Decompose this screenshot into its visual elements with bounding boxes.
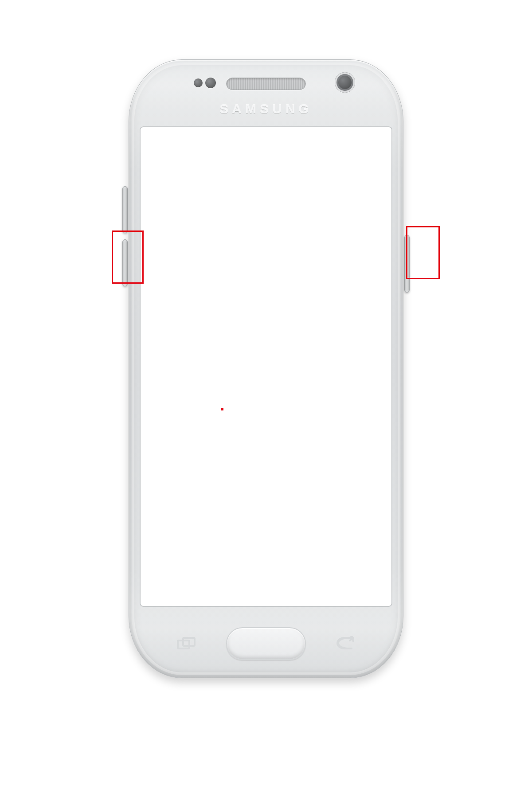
volume-down-button[interactable] bbox=[122, 239, 128, 286]
phone-screen[interactable] bbox=[140, 126, 392, 607]
phone-body: SAMSUNG bbox=[129, 59, 403, 678]
recents-icon[interactable] bbox=[176, 636, 196, 650]
volume-up-button[interactable] bbox=[122, 186, 128, 233]
annotation-dot bbox=[221, 408, 223, 410]
back-icon[interactable] bbox=[336, 636, 356, 650]
power-button[interactable] bbox=[404, 235, 410, 293]
earpiece-speaker-icon bbox=[226, 78, 306, 90]
phone-wrapper: SAMSUNG bbox=[116, 59, 416, 678]
proximity-sensor-icon bbox=[194, 78, 203, 87]
front-camera-icon bbox=[335, 72, 355, 93]
brand-label: SAMSUNG bbox=[129, 102, 403, 117]
ambient-sensor-icon bbox=[205, 78, 216, 88]
home-button[interactable] bbox=[226, 627, 306, 660]
diagram-stage: SAMSUNG bbox=[0, 0, 532, 789]
